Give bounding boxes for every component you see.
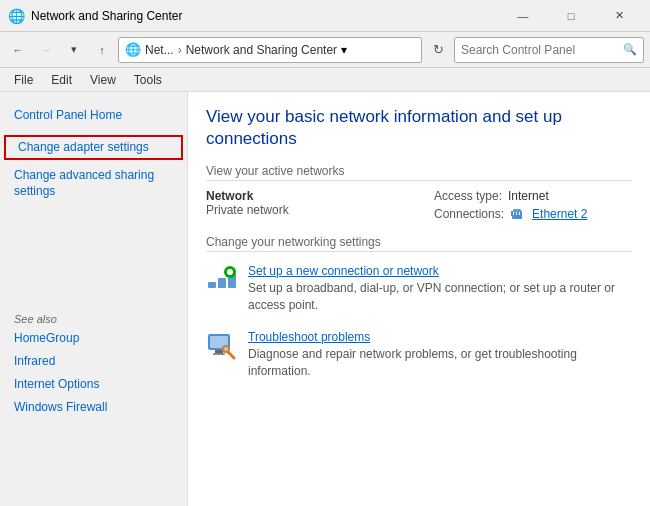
search-input[interactable] — [461, 43, 623, 57]
breadcrumb-sep: › — [178, 43, 182, 57]
sidebar-see-also-label: See also — [0, 303, 187, 327]
menu-bar: File Edit View Tools — [0, 68, 650, 92]
setup-connection-link[interactable]: Set up a new connection or network — [248, 264, 632, 278]
refresh-button[interactable]: ↻ — [426, 38, 450, 62]
ethernet-icon — [510, 207, 524, 221]
minimize-button[interactable]: — — [500, 0, 546, 32]
connections-row: Connections: Ethernet 2 — [434, 207, 632, 221]
menu-view[interactable]: View — [82, 71, 124, 89]
network-right: Access type: Internet Connections: Ether… — [434, 189, 632, 221]
title-bar-controls: — □ ✕ — [500, 0, 642, 32]
svg-rect-5 — [513, 209, 521, 212]
title-bar-icon: 🌐 — [8, 8, 25, 24]
svg-rect-6 — [208, 282, 216, 288]
address-dropdown-icon[interactable]: ▾ — [341, 43, 347, 57]
network-name: Network — [206, 189, 404, 203]
troubleshoot-text: Troubleshoot problems Diagnose and repai… — [248, 330, 632, 380]
troubleshoot-link[interactable]: Troubleshoot problems — [248, 330, 632, 344]
setup-connection-item: Set up a new connection or network Set u… — [206, 264, 632, 314]
back-button[interactable]: ← — [6, 38, 30, 62]
content-area: View your basic network information and … — [188, 92, 650, 506]
network-type: Private network — [206, 203, 404, 217]
sidebar-infrared[interactable]: Infrared — [0, 350, 187, 373]
search-box[interactable]: 🔍 — [454, 37, 644, 63]
troubleshoot-icon — [206, 330, 238, 365]
main-layout: Control Panel Home Change adapter settin… — [0, 92, 650, 506]
svg-point-18 — [224, 347, 228, 351]
access-type-row: Access type: Internet — [434, 189, 632, 203]
breadcrumb-current: Network and Sharing Center — [186, 43, 337, 57]
access-type-label: Access type: — [434, 189, 502, 203]
title-bar: 🌐 Network and Sharing Center — □ ✕ — [0, 0, 650, 32]
networking-settings-heading: Change your networking settings — [206, 235, 632, 252]
menu-tools[interactable]: Tools — [126, 71, 170, 89]
svg-rect-14 — [215, 350, 223, 353]
connection-link[interactable]: Ethernet 2 — [532, 207, 587, 221]
breadcrumb-icon: 🌐 — [125, 42, 141, 57]
sidebar-control-panel-home[interactable]: Control Panel Home — [0, 104, 187, 127]
page-title: View your basic network information and … — [206, 106, 632, 150]
setup-connection-icon — [206, 264, 238, 299]
close-button[interactable]: ✕ — [596, 0, 642, 32]
sidebar-internet-options[interactable]: Internet Options — [0, 373, 187, 396]
active-networks-heading: View your active networks — [206, 164, 632, 181]
svg-rect-11 — [227, 270, 233, 274]
breadcrumb-net: Net... — [145, 43, 174, 57]
address-bar: ← → ▾ ↑ 🌐 Net... › Network and Sharing C… — [0, 32, 650, 68]
sidebar-change-sharing[interactable]: Change advanced sharing settings — [0, 164, 187, 204]
sidebar: Control Panel Home Change adapter settin… — [0, 92, 188, 506]
search-icon: 🔍 — [623, 43, 637, 56]
sidebar-windows-firewall[interactable]: Windows Firewall — [0, 396, 187, 419]
svg-rect-15 — [213, 353, 225, 355]
up-button[interactable]: ↑ — [90, 38, 114, 62]
connections-label: Connections: — [434, 207, 504, 221]
title-bar-title: Network and Sharing Center — [31, 9, 500, 23]
network-left: Network Private network — [206, 189, 404, 221]
menu-file[interactable]: File — [6, 71, 41, 89]
svg-rect-7 — [218, 278, 226, 288]
network-info-row: Network Private network Access type: Int… — [206, 189, 632, 221]
setup-connection-text: Set up a new connection or network Set u… — [248, 264, 632, 314]
sidebar-change-adapter[interactable]: Change adapter settings — [4, 135, 183, 160]
setup-connection-desc: Set up a broadband, dial-up, or VPN conn… — [248, 281, 615, 312]
recent-pages-button[interactable]: ▾ — [62, 38, 86, 62]
access-type-value: Internet — [508, 189, 549, 203]
menu-edit[interactable]: Edit — [43, 71, 80, 89]
svg-rect-1 — [511, 211, 513, 216]
sidebar-homegroup[interactable]: HomeGroup — [0, 327, 187, 350]
forward-button[interactable]: → — [34, 38, 58, 62]
troubleshoot-desc: Diagnose and repair network problems, or… — [248, 347, 577, 378]
address-box[interactable]: 🌐 Net... › Network and Sharing Center ▾ — [118, 37, 422, 63]
troubleshoot-item: Troubleshoot problems Diagnose and repai… — [206, 330, 632, 380]
maximize-button[interactable]: □ — [548, 0, 594, 32]
